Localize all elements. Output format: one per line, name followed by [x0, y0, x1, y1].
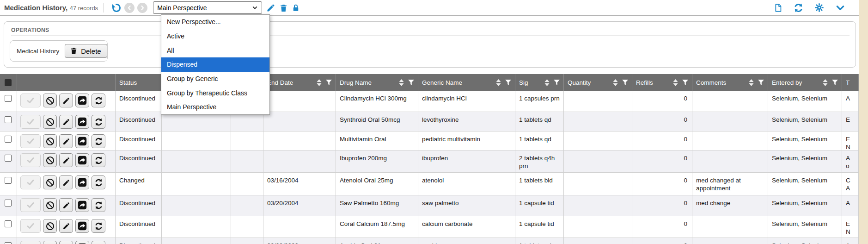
row-refresh-button[interactable] — [92, 241, 105, 244]
row-checkbox[interactable] — [5, 95, 12, 102]
row-discontinue-button[interactable] — [43, 241, 57, 244]
filter-icon[interactable] — [505, 80, 511, 85]
cell-drug: Saw Palmetto 160mg — [336, 195, 418, 216]
delete-button[interactable]: Delete — [65, 44, 107, 58]
row-checkbox[interactable] — [5, 220, 12, 227]
share-icon — [78, 178, 87, 187]
table-header-row: StatusEnd DateDrug NameGeneric NameSigQu… — [0, 74, 859, 91]
dropdown-item-new-perspective-[interactable]: New Perspective... — [161, 15, 269, 29]
row-check-button[interactable] — [20, 94, 41, 107]
row-discontinue-button[interactable] — [43, 134, 57, 148]
column-header-sig[interactable]: Sig — [515, 74, 564, 91]
filter-icon[interactable] — [554, 80, 560, 85]
delete-perspective-button[interactable] — [279, 3, 288, 13]
row-refresh-button[interactable] — [92, 198, 105, 212]
table-row: Changed03/16/2004Atenolol Oral 25mgateno… — [0, 173, 859, 195]
back-button[interactable] — [124, 3, 134, 13]
filter-icon[interactable] — [408, 80, 414, 85]
new-document-icon — [774, 3, 782, 13]
row-checkbox[interactable] — [5, 242, 12, 244]
undo-button[interactable] — [111, 3, 121, 13]
row-share-button[interactable] — [75, 115, 89, 129]
row-share-button[interactable] — [75, 219, 89, 233]
delete-button-label: Delete — [81, 47, 101, 55]
column-header-icons — [317, 79, 332, 86]
filter-icon[interactable] — [832, 80, 838, 85]
row-edit-button[interactable] — [59, 153, 73, 167]
row-discontinue-button[interactable] — [43, 175, 57, 189]
refresh-icon — [94, 118, 103, 126]
row-discontinue-button[interactable] — [43, 198, 57, 212]
row-check-button[interactable] — [20, 198, 41, 212]
row-edit-button[interactable] — [59, 198, 73, 212]
row-checkbox[interactable] — [5, 116, 12, 123]
row-refresh-button[interactable] — [92, 153, 105, 167]
row-check-button[interactable] — [20, 153, 41, 167]
row-check-button[interactable] — [20, 241, 41, 244]
row-check-button[interactable] — [20, 115, 41, 129]
row-refresh-button[interactable] — [92, 134, 105, 148]
dropdown-item-main-perspective[interactable]: Main Perspective — [161, 100, 269, 114]
filter-icon[interactable] — [622, 80, 628, 85]
row-discontinue-button[interactable] — [43, 115, 57, 129]
dropdown-item-all[interactable]: All — [161, 43, 269, 57]
row-refresh-button[interactable] — [92, 175, 105, 189]
row-share-button[interactable] — [75, 175, 89, 189]
filter-icon[interactable] — [758, 80, 764, 85]
select-all-checkbox[interactable] — [5, 79, 12, 86]
filter-icon[interactable] — [326, 80, 332, 85]
column-header-comments[interactable]: Comments — [692, 74, 768, 91]
column-header-entered-by[interactable]: Entered by — [768, 74, 842, 91]
row-edit-button[interactable] — [59, 241, 73, 244]
row-share-button[interactable] — [75, 241, 89, 244]
row-checkbox[interactable] — [5, 177, 12, 184]
column-header-refills[interactable]: Refills — [632, 74, 692, 91]
refresh-button[interactable] — [793, 3, 804, 13]
new-document-button[interactable] — [774, 3, 782, 13]
forward-button[interactable] — [137, 3, 147, 13]
row-share-button[interactable] — [75, 153, 89, 167]
row-edit-button[interactable] — [59, 175, 73, 189]
row-refresh-button[interactable] — [92, 94, 105, 107]
row-share-button[interactable] — [75, 94, 89, 107]
row-edit-button[interactable] — [59, 94, 73, 107]
filter-icon[interactable] — [682, 80, 688, 85]
row-edit-button[interactable] — [59, 219, 73, 233]
sort-icon — [673, 79, 678, 86]
row-check-button[interactable] — [20, 175, 41, 189]
collapse-button[interactable] — [835, 3, 846, 13]
settings-button[interactable] — [814, 3, 824, 13]
row-share-button[interactable] — [75, 134, 89, 148]
trash-icon — [279, 3, 288, 13]
dropdown-item-group-by-generic[interactable]: Group by Generic — [161, 72, 269, 86]
lock-perspective-button[interactable] — [292, 3, 300, 13]
column-header-quantity[interactable]: Quantity — [564, 74, 632, 91]
row-checkbox[interactable] — [5, 200, 12, 206]
edit-perspective-button[interactable] — [266, 3, 275, 13]
row-refresh-button[interactable] — [92, 219, 105, 233]
row-edit-button[interactable] — [59, 134, 73, 148]
cell-blank — [162, 112, 231, 131]
row-share-button[interactable] — [75, 198, 89, 212]
dropdown-item-group-by-therapeutic-class[interactable]: Group by Therapeutic Class — [161, 86, 269, 100]
cell-checkbox — [0, 91, 17, 112]
cell-status: Discontinued — [116, 195, 162, 216]
refresh-icon — [94, 178, 103, 187]
cell-sig: 1 capsules prn — [515, 91, 564, 112]
row-check-button[interactable] — [20, 219, 41, 233]
row-refresh-button[interactable] — [92, 115, 105, 129]
row-discontinue-button[interactable] — [43, 219, 57, 233]
dropdown-item-active[interactable]: Active — [161, 29, 269, 44]
perspective-select[interactable]: Main Perspective — [153, 1, 262, 14]
row-discontinue-button[interactable] — [43, 153, 57, 167]
column-header-drug-name[interactable]: Drug Name — [336, 74, 418, 91]
row-checkbox[interactable] — [5, 155, 12, 162]
row-discontinue-button[interactable] — [43, 94, 57, 107]
row-checkbox[interactable] — [5, 136, 12, 143]
row-edit-button[interactable] — [59, 115, 73, 129]
row-check-button[interactable] — [20, 134, 41, 148]
column-header-end-date[interactable]: End Date — [263, 74, 336, 91]
page-title: Medication History, 47 records — [0, 4, 98, 12]
dropdown-item-dispensed[interactable]: Dispensed — [161, 57, 269, 72]
column-header-generic-name[interactable]: Generic Name — [418, 74, 515, 91]
